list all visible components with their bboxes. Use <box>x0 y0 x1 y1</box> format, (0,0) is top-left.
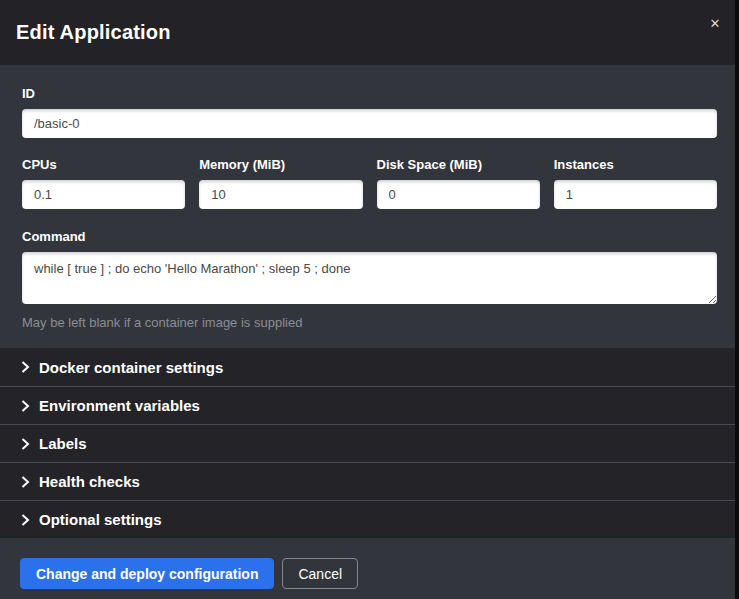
command-help-text: May be left blank if a container image i… <box>22 315 717 330</box>
instances-field-group: Instances <box>554 157 717 209</box>
memory-field-group: Memory (MiB) <box>199 157 362 209</box>
chevron-right-icon <box>20 360 30 374</box>
cpus-field-group: CPUs <box>22 157 185 209</box>
disk-input[interactable] <box>377 180 540 209</box>
edit-application-modal: Edit Application ✕ ID CPUs Memory (MiB) … <box>0 0 739 599</box>
modal-header: Edit Application ✕ <box>0 0 739 65</box>
cancel-button[interactable]: Cancel <box>282 558 358 589</box>
application-form: ID CPUs Memory (MiB) Disk Space (MiB) In… <box>0 65 739 348</box>
section-labels[interactable]: Labels <box>0 424 739 462</box>
command-textarea[interactable]: while [ true ] ; do echo 'Hello Marathon… <box>22 252 717 304</box>
section-optional-settings[interactable]: Optional settings <box>0 500 739 538</box>
chevron-right-icon <box>20 475 30 489</box>
section-label: Docker container settings <box>39 359 223 376</box>
section-environment-variables[interactable]: Environment variables <box>0 386 739 424</box>
id-label: ID <box>22 86 717 101</box>
change-and-deploy-button[interactable]: Change and deploy configuration <box>20 558 274 589</box>
memory-input[interactable] <box>199 180 362 209</box>
disk-field-group: Disk Space (MiB) <box>377 157 540 209</box>
section-label: Health checks <box>39 473 140 490</box>
command-field-group: Command while [ true ] ; do echo 'Hello … <box>22 229 717 330</box>
instances-label: Instances <box>554 157 717 172</box>
chevron-right-icon <box>20 513 30 527</box>
modal-title: Edit Application <box>16 21 171 44</box>
section-docker-container-settings[interactable]: Docker container settings <box>0 348 739 386</box>
section-label: Labels <box>39 435 87 452</box>
chevron-right-icon <box>20 437 30 451</box>
memory-label: Memory (MiB) <box>199 157 362 172</box>
section-label: Optional settings <box>39 511 162 528</box>
close-icon[interactable]: ✕ <box>705 14 725 34</box>
resources-row: CPUs Memory (MiB) Disk Space (MiB) Insta… <box>22 157 717 209</box>
disk-label: Disk Space (MiB) <box>377 157 540 172</box>
instances-input[interactable] <box>554 180 717 209</box>
section-health-checks[interactable]: Health checks <box>0 462 739 500</box>
command-label: Command <box>22 229 717 244</box>
modal-footer: Change and deploy configuration Cancel <box>0 538 739 599</box>
cpus-input[interactable] <box>22 180 185 209</box>
cpus-label: CPUs <box>22 157 185 172</box>
section-label: Environment variables <box>39 397 200 414</box>
chevron-right-icon <box>20 399 30 413</box>
page-edge-strip <box>735 0 739 599</box>
collapsible-sections: Docker container settings Environment va… <box>0 348 739 538</box>
id-input[interactable] <box>22 109 717 138</box>
id-field-group: ID <box>22 86 717 138</box>
